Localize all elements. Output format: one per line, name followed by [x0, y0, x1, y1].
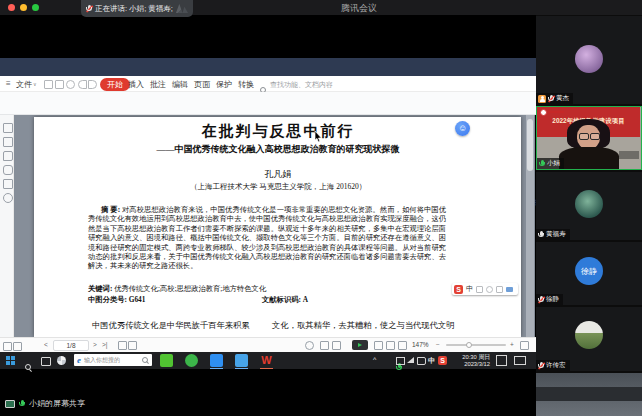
ime-tools-icon[interactable] — [496, 286, 503, 293]
layout-icon[interactable] — [320, 341, 329, 350]
avatar — [575, 45, 603, 73]
fullscreen-window-button[interactable] — [32, 4, 39, 11]
panel-toggle-icon[interactable] — [3, 342, 12, 351]
menu-comment[interactable]: 批注 — [150, 79, 166, 90]
university-logo-icon — [540, 109, 547, 116]
wps-app-icon[interactable]: W — [260, 354, 273, 367]
print-icon[interactable] — [66, 80, 75, 89]
ime-punct-icon[interactable] — [476, 286, 483, 293]
pages-icon[interactable] — [332, 341, 341, 350]
bookmark-icon[interactable] — [3, 123, 13, 133]
menu-start-active[interactable]: 开始 — [100, 78, 130, 91]
presentation-play-button[interactable] — [352, 340, 368, 350]
mic-muted-icon — [548, 95, 554, 103]
menu-search-input[interactable]: 查找功能、文档内容 — [270, 80, 333, 90]
participant-tile-active-speaker[interactable]: 2022年校级教学建设项目 小娟 — [536, 106, 642, 170]
status-next-page[interactable]: > — [93, 341, 97, 348]
attachment-icon[interactable] — [3, 165, 13, 175]
pinwheel-app-icon[interactable] — [57, 356, 66, 365]
taskbar-search-box[interactable]: e 输入你想搜的 — [74, 354, 152, 366]
comment-icon[interactable] — [3, 151, 13, 161]
task-view-icon[interactable] — [41, 357, 51, 366]
speaker-shoulders — [559, 147, 619, 170]
participant-tile[interactable]: 黄福寿 — [536, 172, 642, 240]
taskbar-clock[interactable]: 20:30 周日 2023/3/12 — [450, 354, 490, 367]
participant-tile[interactable]: 许传宏 — [536, 307, 642, 371]
speaking-indicator: 正在讲话: 小娟; 黄福寿; — [81, 0, 193, 17]
participant-name: 小娟 — [547, 159, 560, 168]
browser-e-icon: e — [77, 355, 81, 365]
pdf-status-bar: < 1/8 > >| 147% − + — [0, 337, 536, 352]
avatar — [575, 321, 603, 349]
status-zoom-in[interactable]: + — [510, 341, 514, 348]
fit-page-status-icon[interactable] — [374, 341, 383, 350]
participant-name-badge: 徐静 — [536, 294, 563, 305]
participant-tile-partial[interactable] — [536, 373, 642, 416]
media-player-tray-icon[interactable] — [496, 355, 507, 366]
ime-keyboard-icon[interactable] — [506, 287, 513, 292]
fit-window-status-icon[interactable] — [398, 341, 407, 350]
status-last-page[interactable]: >| — [102, 341, 107, 348]
redo-icon[interactable] — [88, 80, 97, 89]
tray-display-icon[interactable] — [396, 357, 405, 365]
wechat-icon[interactable] — [160, 354, 173, 367]
menu-page[interactable]: 页面 — [194, 79, 210, 90]
pdf-canvas[interactable]: 在批判与反思中前行 ——中国优秀传统文化融入高校思想政治教育的研究现状探微 孔凡… — [14, 115, 535, 337]
menu-convert[interactable]: 转换 — [238, 79, 254, 90]
save-icon[interactable] — [55, 80, 64, 89]
thumbnail-icon[interactable] — [3, 137, 13, 147]
hamburger-icon[interactable]: ≡ — [6, 79, 11, 88]
participant-name-badge: 许传宏 — [536, 360, 570, 371]
signature-icon[interactable] — [3, 179, 13, 189]
screen-share-indicator[interactable]: 小娟的屏幕共享 — [5, 398, 85, 409]
start-button[interactable] — [6, 356, 15, 365]
participant-tile[interactable]: 黄杰 — [536, 16, 642, 104]
window-title: 腾讯会议 — [341, 2, 377, 15]
search-box-lens-icon — [142, 357, 149, 364]
abstract-text: 对高校思想政治教育来说，中国优秀传统文化是一项非常重要的思想文化资源。然而，如何… — [88, 205, 446, 270]
menu-file[interactable]: 文件 — [16, 79, 32, 90]
pdf-scrollbar-thumb[interactable] — [527, 119, 533, 171]
tray-expand-caret[interactable]: ^ — [373, 356, 376, 363]
taskbar-search-icon[interactable] — [25, 364, 32, 371]
status-double-page-icon[interactable] — [128, 341, 137, 350]
touch-keyboard-icon[interactable] — [514, 356, 526, 365]
menu-protect[interactable]: 保护 — [216, 79, 232, 90]
participant-tile[interactable]: 徐静 徐静 — [536, 242, 642, 305]
menu-insert[interactable]: 插入 — [128, 79, 144, 90]
participant-name: 许传宏 — [546, 361, 566, 370]
ime-emoji-icon[interactable] — [486, 286, 493, 293]
status-zoom-out[interactable]: − — [436, 341, 440, 348]
tray-ime-indicator[interactable]: 中 — [428, 356, 435, 366]
fit-width-status-icon[interactable] — [386, 341, 395, 350]
browser-360-icon[interactable] — [185, 354, 198, 367]
tray-volume-icon[interactable] — [417, 357, 426, 365]
fullscreen-icon[interactable] — [520, 341, 529, 350]
open-icon[interactable] — [44, 80, 53, 89]
close-window-button[interactable] — [8, 4, 15, 11]
zoom-slider-knob[interactable] — [466, 342, 472, 348]
tencent-docs-icon[interactable] — [235, 354, 248, 367]
status-page-indicator[interactable]: 1/8 — [53, 340, 89, 351]
speaking-text: 正在讲话: 小娟; 黄福寿; — [95, 4, 173, 14]
participant-name-badge: 黄杰 — [536, 93, 573, 104]
outline-toggle-icon[interactable] — [13, 342, 22, 351]
body-column-left: 中国优秀传统文化是中华民族千百年来积累 — [92, 320, 250, 331]
eye-protect-icon[interactable] — [305, 341, 314, 350]
wps-assistant-button[interactable]: ☺ — [455, 121, 470, 136]
menu-edit[interactable]: 编辑 — [172, 79, 188, 90]
status-prev-page[interactable]: < — [44, 341, 48, 348]
undo-icon[interactable] — [78, 80, 87, 89]
zoom-slider[interactable] — [446, 344, 506, 346]
tencent-meeting-icon[interactable] — [210, 354, 223, 367]
minimize-window-button[interactable] — [20, 4, 27, 11]
participants-sidebar: 黄杰 2022年校级教学建设项目 小娟 黄福寿 — [536, 15, 642, 416]
status-zoom-value[interactable]: 147% — [412, 341, 429, 348]
sogou-ime-bar[interactable]: S 中 — [452, 283, 518, 295]
paper-doc-code: 文献标识码: A — [262, 295, 308, 305]
tray-network-icon[interactable] — [407, 357, 414, 363]
tray-sogou-icon[interactable]: S — [438, 356, 447, 365]
status-single-page-icon[interactable] — [118, 341, 127, 350]
stamp-icon[interactable] — [3, 193, 13, 203]
keywords-label: 关键词: — [88, 284, 112, 293]
